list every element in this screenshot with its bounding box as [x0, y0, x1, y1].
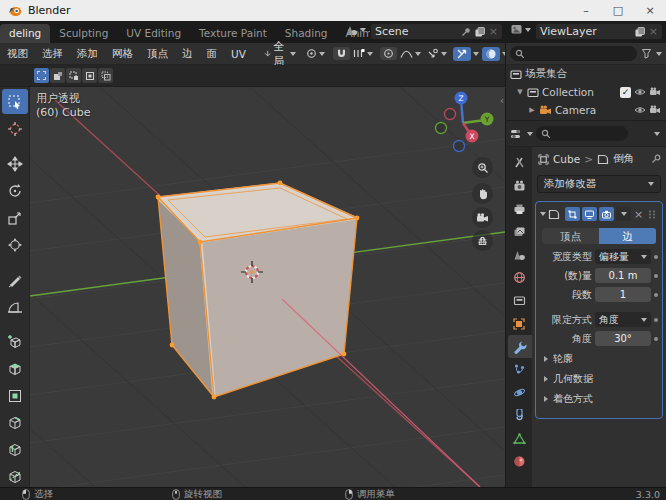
- tool-scale-button[interactable]: [2, 205, 28, 230]
- viewlayer-remove-icon[interactable]: ×: [649, 25, 658, 38]
- eye-icon[interactable]: [634, 105, 646, 115]
- tool-transform-button[interactable]: [2, 232, 28, 257]
- render-display-toggle[interactable]: [599, 207, 614, 221]
- tab-object-constraints[interactable]: [506, 404, 532, 427]
- editor-type-icon[interactable]: [510, 128, 524, 140]
- snap-toggle[interactable]: [333, 47, 350, 60]
- duplicate-icon[interactable]: [634, 26, 646, 38]
- animate-dot[interactable]: [654, 337, 658, 341]
- animate-dot[interactable]: [654, 318, 658, 322]
- tab-physics[interactable]: [506, 381, 532, 404]
- tool-add-cube-button[interactable]: [2, 329, 28, 354]
- tab-output[interactable]: [506, 197, 532, 220]
- pin-icon[interactable]: [461, 27, 471, 37]
- select-mode-new-button[interactable]: [34, 68, 49, 83]
- breadcrumb-object[interactable]: Cube: [553, 153, 580, 165]
- select-mode-extend-button[interactable]: [50, 68, 65, 83]
- affect-edges-button[interactable]: 边: [599, 228, 656, 244]
- outliner-row-camera[interactable]: ▶ Camera: [506, 101, 666, 119]
- camera-view-button[interactable]: [472, 207, 493, 228]
- viewlayer-name-field[interactable]: ViewLayer ×: [535, 23, 663, 40]
- menu-edge[interactable]: 边: [175, 47, 200, 61]
- tab-modeling[interactable]: deling: [0, 24, 50, 43]
- gizmo-axis-neg-y[interactable]: [436, 123, 447, 134]
- sidebar-collapse-arrow[interactable]: ‹: [500, 95, 504, 106]
- menu-uv[interactable]: UV: [224, 48, 253, 60]
- realtime-display-toggle[interactable]: [582, 207, 597, 221]
- segments-field[interactable]: 1: [595, 287, 651, 302]
- tab-collection-properties[interactable]: [506, 289, 532, 312]
- render-visibility-camera-icon[interactable]: [649, 87, 661, 97]
- section-profile[interactable]: 轮廓: [540, 350, 658, 367]
- tool-extrude-region-button[interactable]: [2, 356, 28, 381]
- scene-unlink-icon[interactable]: ×: [489, 25, 498, 38]
- falloff-dropdown[interactable]: [397, 47, 424, 60]
- tool-measure-button[interactable]: [2, 294, 28, 319]
- viewport-3d[interactable]: 用户透视 (60) Cube Z Y X ‹: [0, 87, 505, 487]
- collection-expand-icon[interactable]: ▼: [516, 88, 524, 96]
- breadcrumb-modifier[interactable]: 倒角: [613, 152, 634, 166]
- viewlayer-browse-button[interactable]: [510, 23, 531, 36]
- outliner-search-field[interactable]: [510, 46, 637, 61]
- panel-expand-chevron[interactable]: [540, 212, 546, 216]
- pan-view-button[interactable]: [472, 183, 493, 204]
- tab-tool[interactable]: [506, 151, 532, 174]
- close-button[interactable]: ×: [634, 0, 666, 21]
- affect-vertices-button[interactable]: 顶点: [542, 228, 599, 244]
- overlays-toggle[interactable]: [453, 47, 471, 61]
- tool-loop-cut-button[interactable]: [2, 437, 28, 462]
- tab-world[interactable]: [506, 266, 532, 289]
- tool-bevel-button[interactable]: [2, 410, 28, 435]
- editor-type-chevron[interactable]: [527, 132, 533, 136]
- select-mode-invert-button[interactable]: [82, 68, 97, 83]
- width-type-dropdown[interactable]: 偏移量: [595, 249, 651, 264]
- outliner-row-collection[interactable]: ▼ Collection ✓: [506, 83, 666, 101]
- tool-select-box-button[interactable]: [2, 89, 28, 114]
- camera-expand-icon[interactable]: ▶: [528, 106, 536, 114]
- limit-method-dropdown[interactable]: 角度: [595, 312, 651, 327]
- filter-dropdown-chevron[interactable]: [656, 52, 662, 56]
- modifier-delete-icon[interactable]: ×: [634, 208, 643, 221]
- duplicate-icon[interactable]: [474, 26, 486, 38]
- animate-dot[interactable]: [654, 274, 658, 278]
- outliner-row-scene-collection[interactable]: 场景集合: [506, 65, 666, 83]
- amount-field[interactable]: 0.1 m: [595, 268, 651, 283]
- tool-inset-faces-button[interactable]: [2, 383, 28, 408]
- snap-with-dropdown[interactable]: [350, 47, 376, 60]
- tab-uv-editing[interactable]: UV Editing: [117, 24, 190, 43]
- tab-render[interactable]: [506, 174, 532, 197]
- animate-dot[interactable]: [654, 293, 658, 297]
- tool-knife-button[interactable]: [2, 464, 28, 487]
- tab-object-properties[interactable]: [506, 312, 532, 335]
- properties-options-chevron[interactable]: [654, 132, 660, 136]
- properties-search-field[interactable]: [536, 126, 628, 141]
- cube-mesh[interactable]: [156, 181, 360, 400]
- tool-cursor-button[interactable]: [2, 116, 28, 141]
- angle-field[interactable]: 30°: [595, 331, 651, 346]
- show-gizmo-dropdown[interactable]: [424, 47, 450, 61]
- pivot-point-dropdown[interactable]: [303, 47, 328, 60]
- modifier-extras-dropdown[interactable]: [616, 207, 631, 221]
- pin-icon[interactable]: [651, 154, 661, 164]
- scene-browse-button[interactable]: [345, 23, 366, 36]
- tab-particles[interactable]: [506, 358, 532, 381]
- tab-sculpting[interactable]: Sculpting: [50, 24, 117, 43]
- section-shading[interactable]: 着色方式: [540, 390, 658, 407]
- tab-modifier-properties[interactable]: [508, 335, 532, 358]
- perspective-toggle-button[interactable]: [472, 230, 493, 251]
- maximize-button[interactable]: □: [602, 0, 634, 21]
- menu-select[interactable]: 选择: [35, 47, 70, 61]
- filter-funnel-icon[interactable]: [641, 48, 652, 59]
- navigation-gizmo[interactable]: Z Y X: [426, 88, 502, 154]
- menu-view[interactable]: 视图: [0, 47, 35, 61]
- eye-icon[interactable]: [634, 87, 646, 97]
- zoom-view-button[interactable]: [472, 157, 493, 178]
- gizmo-axis-neg-z[interactable]: [454, 141, 465, 152]
- tab-material[interactable]: [506, 450, 532, 473]
- add-modifier-button[interactable]: 添加修改器: [537, 175, 661, 193]
- tool-annotate-button[interactable]: [2, 267, 28, 292]
- scene-name-field[interactable]: Scene ×: [370, 23, 503, 40]
- menu-mesh[interactable]: 网格: [105, 47, 140, 61]
- render-visibility-camera-icon[interactable]: [649, 105, 661, 115]
- drag-handle-icon[interactable]: [648, 210, 658, 219]
